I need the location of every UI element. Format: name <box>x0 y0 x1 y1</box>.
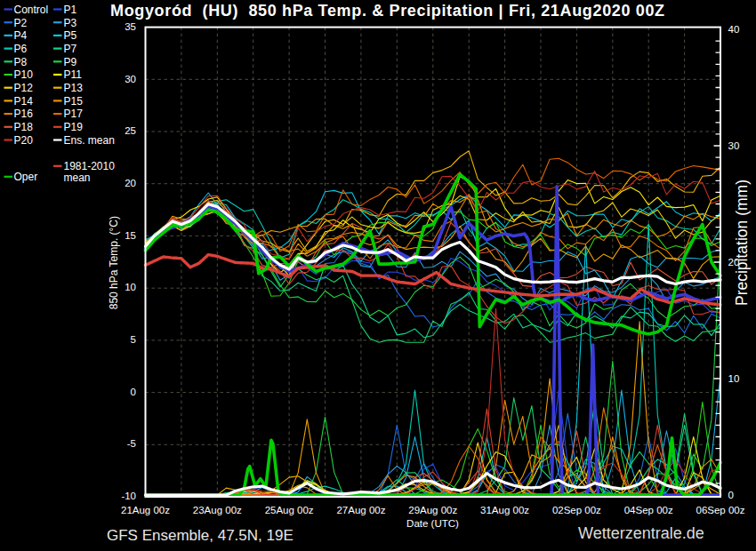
svg-text:10: 10 <box>125 282 136 292</box>
svg-text:P19: P19 <box>64 121 84 133</box>
svg-text:P7: P7 <box>64 43 77 55</box>
svg-text:P20: P20 <box>14 134 34 147</box>
svg-text:Wetterzentrale.de: Wetterzentrale.de <box>578 524 704 542</box>
svg-text:29Aug 00z: 29Aug 00z <box>408 505 457 515</box>
svg-text:P2: P2 <box>14 17 28 29</box>
svg-text:P8: P8 <box>14 56 28 68</box>
svg-text:P16: P16 <box>14 108 34 120</box>
svg-text:27Aug 00z: 27Aug 00z <box>336 505 385 515</box>
svg-text:0: 0 <box>131 387 136 397</box>
svg-text:04Sep 00z: 04Sep 00z <box>624 505 673 515</box>
svg-text:Precipitation (mm): Precipitation (mm) <box>733 180 751 306</box>
svg-text:30: 30 <box>728 140 740 151</box>
svg-text:25Aug 00z: 25Aug 00z <box>265 505 314 515</box>
svg-text:-5: -5 <box>127 438 136 449</box>
svg-text:21Aug 00z: 21Aug 00z <box>121 505 170 515</box>
svg-text:GFS Ensemble, 47.5N, 19E: GFS Ensemble, 47.5N, 19E <box>107 527 294 544</box>
svg-text:Ens. mean: Ens. mean <box>64 134 115 147</box>
svg-text:P15: P15 <box>64 95 84 108</box>
svg-text:30: 30 <box>125 74 136 84</box>
svg-text:P5: P5 <box>64 29 77 42</box>
svg-text:Oper: Oper <box>14 171 38 183</box>
svg-text:-10: -10 <box>121 491 136 501</box>
svg-text:23Aug 00z: 23Aug 00z <box>193 505 242 515</box>
svg-text:06Sep 00z: 06Sep 00z <box>696 505 745 515</box>
svg-text:Mogyoród (HU) 850 hPa Temp.: Mogyoród (HU) 850 hPa Temp. & Precipitat… <box>110 2 665 20</box>
svg-text:15: 15 <box>125 230 136 241</box>
svg-text:P3: P3 <box>64 17 77 29</box>
svg-text:P18: P18 <box>14 121 34 133</box>
svg-text:P11: P11 <box>64 68 83 81</box>
svg-text:Date (UTC): Date (UTC) <box>406 518 459 529</box>
svg-text:P1: P1 <box>64 4 77 16</box>
svg-text:5: 5 <box>131 334 136 345</box>
svg-text:20: 20 <box>125 178 136 188</box>
svg-text:mean: mean <box>64 172 91 184</box>
svg-text:31Aug 00z: 31Aug 00z <box>480 505 529 515</box>
svg-text:P14: P14 <box>14 95 34 108</box>
svg-text:P6: P6 <box>14 43 28 55</box>
svg-text:P12: P12 <box>14 82 34 94</box>
svg-text:40: 40 <box>728 24 740 35</box>
svg-text:25: 25 <box>125 125 136 136</box>
svg-text:0: 0 <box>728 490 734 500</box>
svg-text:Control: Control <box>14 4 49 16</box>
svg-text:P9: P9 <box>64 56 77 68</box>
svg-text:P4: P4 <box>14 29 28 42</box>
svg-text:P13: P13 <box>64 82 84 94</box>
svg-text:35: 35 <box>125 21 136 32</box>
svg-text:P10: P10 <box>14 68 34 81</box>
svg-text:850 hPa Temp. (°C): 850 hPa Temp. (°C) <box>108 216 120 309</box>
svg-text:P17: P17 <box>64 108 84 120</box>
svg-text:10: 10 <box>728 373 740 384</box>
svg-text:02Sep 00z: 02Sep 00z <box>552 505 601 515</box>
